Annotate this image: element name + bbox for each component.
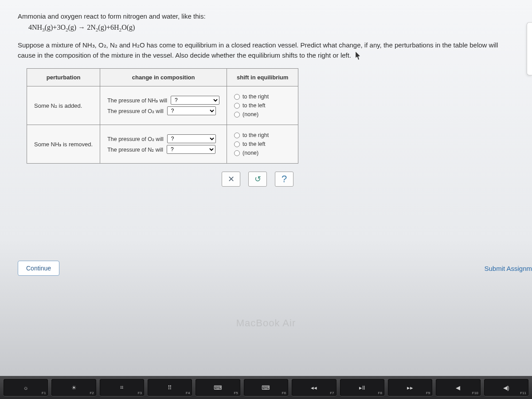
key-icon: ☀: [71, 384, 77, 391]
col-perturbation: perturbation: [27, 69, 100, 86]
composition-row: The pressure of O₂ will?go up.go down.no…: [107, 134, 219, 143]
composition-row: The pressure of N₂ will?go up.go down.no…: [107, 145, 219, 154]
composition-label: The pressure of O₂ will: [107, 108, 164, 114]
instructions-text: Suppose a mixture of NH₃, O₂, N₂ and H₂O…: [18, 40, 514, 60]
submit-assignment-link[interactable]: Submit Assignm: [484, 265, 532, 272]
shift-radio[interactable]: [234, 141, 240, 147]
table-row: Some NH₃ is removed.The pressure of O₂ w…: [27, 125, 298, 164]
close-button[interactable]: ✕: [222, 172, 240, 187]
composition-cell: The pressure of NH₃ will?go up.go down.n…: [100, 86, 227, 125]
perturbation-cell: Some NH₃ is removed.: [27, 125, 100, 164]
composition-select[interactable]: ?go up.go down.not change.: [167, 134, 216, 143]
shift-option-label: (none): [243, 111, 258, 117]
key-label: F2: [90, 391, 94, 395]
shift-radio[interactable]: [234, 103, 240, 109]
shift-radio[interactable]: [234, 150, 240, 156]
key-label: F8: [378, 391, 382, 395]
composition-row: The pressure of O₂ will?go up.go down.no…: [107, 106, 219, 115]
key-icon: ◀): [503, 384, 509, 391]
key-icon: ◀: [456, 384, 460, 391]
key-icon: ⌨: [214, 384, 222, 391]
composition-select[interactable]: ?go up.go down.not change.: [171, 96, 219, 105]
key-icon: ⠿: [168, 384, 172, 391]
shift-option[interactable]: (none): [234, 111, 291, 117]
table-row: Some N₂ is added.The pressure of NH₃ wil…: [27, 86, 298, 125]
key-label: F11: [520, 391, 526, 395]
shift-radio[interactable]: [234, 133, 240, 138]
shift-option-label: to the left: [243, 102, 265, 109]
perturbation-table: perturbation change in composition shift…: [27, 68, 298, 164]
shift-option-label: (none): [243, 150, 258, 156]
intro-text: Ammonia and oxygen react to form nitroge…: [18, 12, 514, 20]
shift-option-label: to the right: [243, 132, 269, 138]
key-icon: ▸▸: [407, 384, 413, 391]
key-label: F3: [138, 391, 142, 395]
shift-option-label: to the right: [243, 94, 269, 100]
shift-option[interactable]: to the left: [234, 102, 291, 109]
perturbation-cell: Some N₂ is added.: [27, 86, 100, 125]
shift-radio[interactable]: [234, 94, 240, 100]
composition-label: The pressure of N₂ will: [107, 146, 163, 153]
key-icon: ⌨: [262, 384, 270, 391]
shift-option-label: to the left: [243, 141, 265, 147]
chemical-equation: 4NH3(g)+3O2(g) → 2N2(g)+6H2O(g): [28, 23, 514, 32]
mute-key: ◀F10: [436, 379, 480, 396]
shift-option[interactable]: to the right: [234, 132, 291, 138]
laptop-brand-label: MacBook Air: [0, 317, 532, 329]
key-label: F6: [282, 391, 286, 395]
key-label: F9: [426, 391, 430, 395]
shift-cell: to the rightto the left(none): [227, 125, 298, 164]
key-label: F4: [186, 391, 190, 395]
composition-label: The pressure of NH₃ will: [107, 97, 167, 104]
key-label: F5: [234, 391, 238, 395]
composition-select[interactable]: ?go up.go down.not change.: [167, 106, 216, 115]
mission-control-key: ⌗F3: [100, 379, 144, 396]
brightness-down-key: ☼F1: [4, 379, 48, 396]
shift-option[interactable]: (none): [234, 150, 291, 156]
bottom-bar: Continue Submit Assignm: [18, 261, 532, 276]
key-label: F1: [42, 391, 46, 395]
continue-button[interactable]: Continue: [18, 261, 59, 276]
help-button[interactable]: ?: [275, 172, 293, 187]
composition-row: The pressure of NH₃ will?go up.go down.n…: [107, 96, 219, 105]
shift-cell: to the rightto the left(none): [227, 86, 298, 125]
rewind-key: ◂◂F7: [292, 379, 336, 396]
composition-cell: The pressure of O₂ will?go up.go down.no…: [100, 125, 227, 164]
undo-button[interactable]: ↺: [248, 172, 267, 187]
composition-label: The pressure of O₂ will: [107, 136, 164, 142]
right-panel-edge: [527, 22, 532, 75]
key-icon: ⌗: [120, 384, 123, 391]
fast-forward-key: ▸▸F9: [388, 379, 432, 396]
composition-select[interactable]: ?go up.go down.not change.: [167, 145, 215, 154]
key-icon: ☼: [23, 384, 28, 391]
problem-content: Ammonia and oxygen react to form nitroge…: [0, 0, 532, 187]
cursor-icon: [356, 52, 362, 60]
col-shift: shift in equilibrium: [227, 69, 298, 86]
shift-radio[interactable]: [234, 112, 240, 117]
col-change: change in composition: [100, 69, 227, 86]
volume-down-key: ◀)F11: [484, 379, 528, 396]
brightness-up-key: ☀F2: [51, 379, 96, 396]
keyboard-row: ☼F1☀F2⌗F3⠿F4⌨F5⌨F6◂◂F7▸llF8▸▸F9◀F10◀)F11: [0, 376, 532, 399]
shift-option[interactable]: to the left: [234, 141, 291, 147]
play-pause-key: ▸llF8: [340, 379, 384, 396]
shift-option[interactable]: to the right: [234, 94, 291, 100]
action-row: ✕ ↺ ?: [222, 172, 514, 187]
key-icon: ◂◂: [311, 384, 317, 391]
launchpad-key: ⠿F4: [148, 379, 192, 396]
key-icon: ▸ll: [359, 384, 365, 391]
keyboard-light-down-key: ⌨F5: [196, 379, 240, 396]
key-label: F7: [330, 391, 334, 395]
key-label: F10: [472, 391, 478, 395]
keyboard-light-up-key: ⌨F6: [244, 379, 288, 396]
